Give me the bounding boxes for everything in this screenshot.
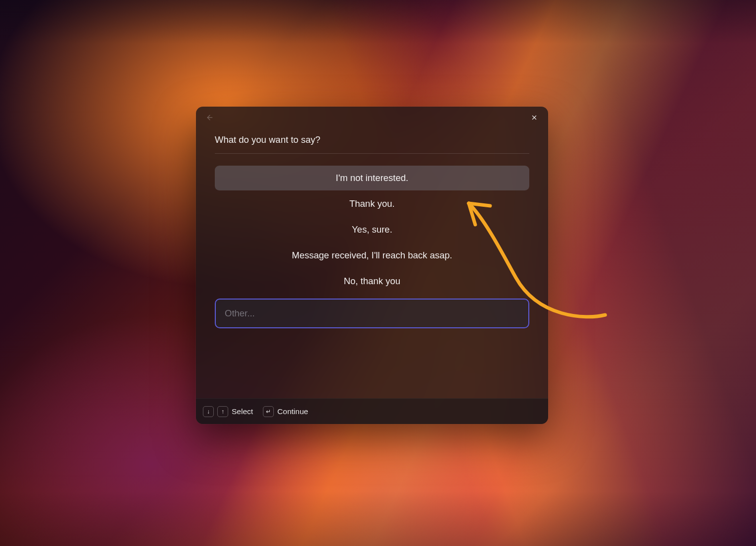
select-hint-label: Select [232,407,253,416]
option-message-received[interactable]: Message received, I'll reach back asap. [215,243,529,268]
continue-hint: ↵ Continue [263,406,308,417]
option-label: Message received, I'll reach back asap. [292,250,452,261]
back-button[interactable] [203,111,217,124]
option-yes-sure[interactable]: Yes, sure. [215,217,529,242]
key-arrow-up: ↑ [217,406,228,417]
option-not-interested[interactable]: I'm not interested. [215,166,529,190]
modal-footer: ↓ ↑ Select ↵ Continue [196,398,548,424]
modal-header [196,107,548,128]
close-button[interactable] [527,111,541,124]
prompt-text: What do you want to say? [215,134,529,145]
quick-reply-modal: What do you want to say? I'm not interes… [196,107,548,424]
option-no-thank-you[interactable]: No, thank you [215,269,529,294]
key-arrow-down: ↓ [203,406,214,417]
option-thank-you[interactable]: Thank you. [215,191,529,216]
option-label: I'm not interested. [336,173,408,183]
close-icon [531,114,538,121]
arrow-left-icon [206,114,214,121]
modal-body: What do you want to say? I'm not interes… [196,128,548,398]
select-hint: ↓ ↑ Select [203,406,253,417]
option-label: No, thank you [344,276,400,287]
other-input[interactable] [215,299,529,328]
prompt-row: What do you want to say? [215,134,529,154]
option-label: Thank you. [349,198,395,209]
key-enter: ↵ [263,406,274,417]
continue-hint-label: Continue [277,407,308,416]
option-label: Yes, sure. [352,224,392,235]
